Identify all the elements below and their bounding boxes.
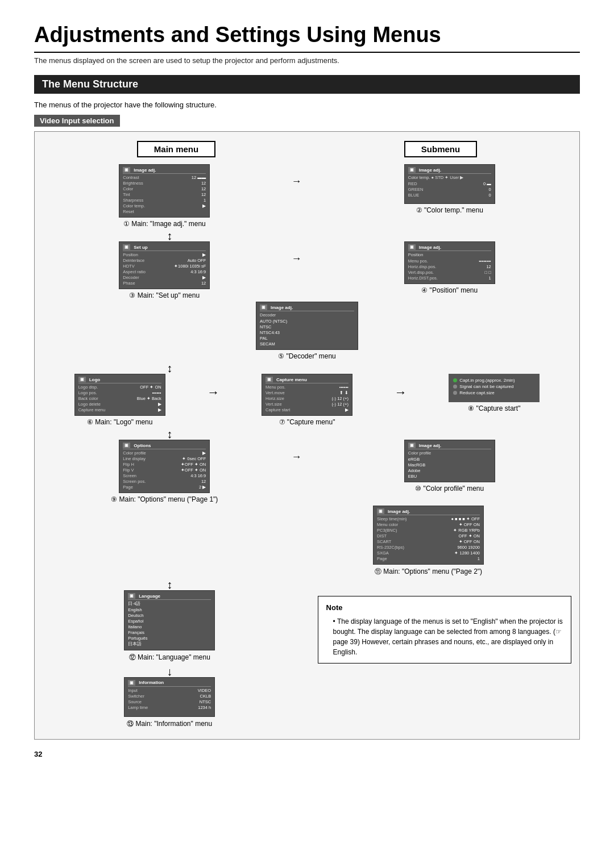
menu-col-13: ▣ Information InputVIDEO SwitcherCKLB So…: [43, 677, 296, 729]
mini-menu-11: ▣ Image adj. Sleep time(min)● ■ ■ ■ ✦ OF…: [373, 506, 484, 565]
caption-7: ⑦ "Capture menu": [279, 418, 335, 426]
diagram-container: Main menu Submenu ▣ Image adj. Contrast1…: [34, 131, 580, 740]
caption-5: ⑤ "Decoder" menu: [278, 352, 336, 360]
capture-item-3: Reduce capt.size: [459, 390, 494, 395]
mini-menu-6: ▣ Logo Logo disp.OFF ✦ ON Logo pos.▪▪▪▪▪…: [74, 374, 165, 416]
mini-menu-2: ▣ Image adj. Color temp. ● STD ✦ User ▶ …: [404, 164, 495, 204]
page-number: 32: [34, 750, 580, 758]
menu-headers: Main menu Submenu: [43, 141, 571, 157]
mini-menu-1: ▣ Image adj. Contrast12 ▬▬ Brightness12 …: [119, 164, 210, 218]
caption-3: ③ Main: "Set up" menu: [129, 291, 200, 299]
menu-col-9: ▣ Options Color profile▶ Line display✦ 0…: [43, 440, 287, 503]
mini-menu-12: ▣ Language 日·4語 English Deutsch Español …: [124, 590, 215, 650]
menu13-icon: ▣: [128, 680, 135, 686]
mini-menu-13: ▣ Information InputVIDEO SwitcherCKLB So…: [124, 677, 215, 717]
main-menu-header: Main menu: [137, 141, 215, 157]
arrow-9-10: →: [287, 440, 307, 463]
caption-2: ② "Color temp." menu: [416, 206, 483, 214]
menu-col-1: ▣ Image adj. Contrast12 ▬▬ Brightness12 …: [43, 164, 287, 228]
menu12-header: Language: [139, 594, 160, 599]
menu13-header: Information: [139, 680, 164, 685]
menu4-header: Image adj.: [419, 245, 441, 250]
arrow-down-2: ↕: [167, 362, 172, 374]
menu-col-2: ▣ Image adj. Color temp. ● STD ✦ User ▶ …: [327, 164, 571, 214]
menu12-icon: ▣: [128, 593, 135, 599]
menu9-icon: ▣: [123, 443, 130, 448]
section-header: The Menu Structure: [34, 75, 580, 94]
video-input-label: Video Input selection: [34, 115, 120, 127]
bullet-gray-1: [453, 385, 457, 389]
menu2-header: Image adj.: [419, 168, 441, 173]
page-title: Adjustments and Settings Using Menus: [34, 23, 580, 53]
menu-col-10: ▣ Image adj. Color profile eRGB MacRGB A…: [327, 440, 571, 493]
caption-11: ⑪ Main: "Options" menu ("Page 2"): [375, 567, 482, 577]
menu-row-2: ▣ Set up Position▶ DeinterlaceAuto OFF H…: [43, 241, 571, 299]
menu5-header: Image adj.: [271, 305, 293, 310]
menu9-header: Options: [134, 443, 151, 448]
arrow-down-4: ↕: [167, 579, 172, 590]
menu-row-6: ▣ Information InputVIDEO SwitcherCKLB So…: [43, 677, 571, 729]
arrow-down-5: ↓: [167, 666, 172, 677]
caption-6: ⑥ Main: "Logo" menu: [87, 418, 153, 426]
menu6-header: Logo: [89, 377, 101, 382]
mini-menu-5: ▣ Image adj. Decoder AUTO (NTSC) NTSC NT…: [256, 302, 358, 350]
arrow-7-8: →: [395, 374, 407, 400]
menu3-header: Set up: [134, 245, 147, 250]
mini-menu-7: ▣ Capture menu Menu pos.▪▪▪▪▪▪ Vert.move…: [262, 374, 352, 416]
menu5-icon: ▣: [260, 304, 267, 310]
menu-row-5: ▣ Language 日·4語 English Deutsch Español …: [43, 590, 571, 663]
menu-col-12: ▣ Language 日·4語 English Deutsch Español …: [43, 590, 296, 662]
note-bullet-text: The display language of the menus is set…: [333, 617, 563, 656]
menu10-icon: ▣: [408, 443, 416, 448]
arrow-1-2: →: [287, 164, 307, 187]
caption-10: ⑩ "Color profile" menu: [415, 485, 484, 493]
arrow-down-3: ↕: [167, 428, 172, 440]
menu7-header: Capture menu: [276, 377, 307, 382]
menu-row-3: ▣ Logo Logo disp.OFF ✦ ON Logo pos.▪▪▪▪▪…: [43, 374, 571, 426]
menu2-icon: ▣: [408, 167, 416, 173]
caption-1: ① Main: "Image adj." menu: [123, 220, 206, 228]
submenu-header: Submenu: [404, 141, 477, 157]
note-area: Note • The display language of the menus…: [318, 590, 571, 663]
page-subtitle: The menus displayed on the screen are us…: [34, 56, 580, 65]
menu4-icon: ▣: [408, 244, 416, 250]
mini-menu-4: ▣ Image adj. Position Menu pos.▪▪▪▪▪▪▪▪ …: [404, 241, 495, 284]
caption-8: ⑧ "Capture start": [468, 404, 520, 412]
caption-9: ⑨ Main: "Options" menu ("Page 1"): [111, 495, 218, 503]
menu-row-4: ▣ Options Color profile▶ Line display✦ 0…: [43, 440, 571, 503]
menu3-icon: ▣: [123, 244, 130, 250]
section-intro: The menus of the projector have the foll…: [34, 101, 580, 109]
caption-4: ④ "Position" menu: [421, 286, 478, 294]
capture-box-8: Capt.in prog.(approx. 2min) Signal can n…: [449, 374, 540, 402]
caption-12: ⑫ Main: "Language" menu: [129, 653, 210, 662]
bullet-green: [453, 378, 457, 382]
mini-menu-9: ▣ Options Color profile▶ Line display✦ 0…: [119, 440, 210, 493]
mini-menu-10: ▣ Image adj. Color profile eRGB MacRGB A…: [404, 440, 495, 482]
arrow-down-1: ↕: [167, 230, 172, 241]
menu-row-1: ▣ Image adj. Contrast12 ▬▬ Brightness12 …: [43, 164, 571, 228]
menu7-icon: ▣: [265, 377, 273, 382]
menu1-icon: ▣: [123, 167, 130, 173]
note-box: Note • The display language of the menus…: [318, 596, 571, 663]
menu11-header: Image adj.: [388, 509, 410, 514]
menu-col-3: ▣ Set up Position▶ DeinterlaceAuto OFF H…: [43, 241, 287, 299]
menu10-header: Image adj.: [419, 443, 441, 448]
menu-col-4: ▣ Image adj. Position Menu pos.▪▪▪▪▪▪▪▪ …: [327, 241, 571, 294]
menu6-icon: ▣: [78, 377, 86, 382]
arrow-6-7: →: [207, 374, 219, 400]
note-bullet: • The display language of the menus is s…: [326, 616, 563, 657]
note-title: Note: [326, 602, 563, 614]
note-bullet-symbol: •: [333, 617, 337, 625]
mini-menu-3: ▣ Set up Position▶ DeinterlaceAuto OFF H…: [119, 241, 210, 289]
menu11-icon: ▣: [377, 508, 384, 514]
arrow-3-4: →: [287, 241, 307, 265]
caption-13: ⑬ Main: "Information" menu: [127, 719, 212, 729]
menu1-header: Image adj.: [134, 168, 156, 173]
capture-item-1: Capt.in prog.(approx. 2min): [459, 378, 515, 383]
bullet-gray-2: [453, 391, 457, 395]
capture-item-2: Signal can not be captured: [459, 384, 513, 389]
page-container: Adjustments and Settings Using Menus The…: [34, 23, 580, 758]
